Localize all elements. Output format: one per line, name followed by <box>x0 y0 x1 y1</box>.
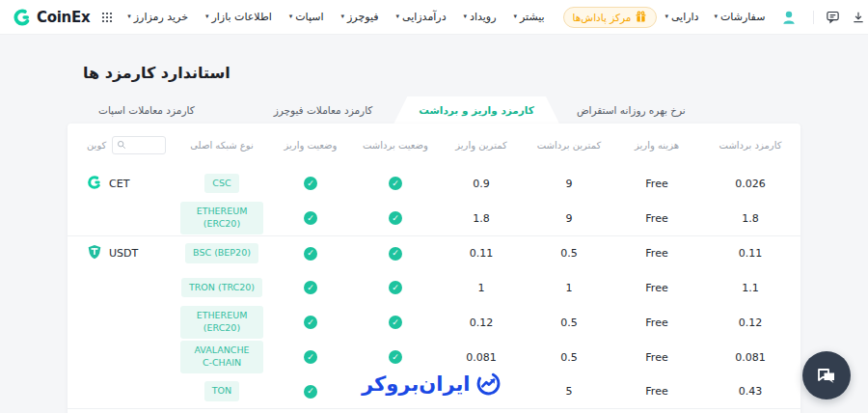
nav-item-label: رویداد <box>470 11 496 23</box>
enabled-check-icon: ✓ <box>389 316 402 329</box>
chevron-down-icon: ▾ <box>205 14 209 20</box>
enabled-check-icon: ✓ <box>304 316 317 329</box>
deposit-status-cell: ✓ <box>268 281 353 295</box>
min-deposit-value: 0.11 <box>438 247 525 260</box>
network-cell: AVALANCHE C-CHAIN <box>176 341 268 373</box>
enabled-check-icon: ✓ <box>304 177 317 190</box>
enabled-check-icon: ✓ <box>389 350 402 364</box>
tab-2[interactable]: کارمزد واریز و برداشت <box>393 96 559 124</box>
network-pill[interactable]: ETHEREUM (ERC20) <box>180 202 263 234</box>
deposit-status-cell: ✓ <box>268 177 353 191</box>
page-title: استاندارد کارمزد ها <box>83 64 800 82</box>
min-withdraw-value: 0.5 <box>525 317 613 329</box>
deposit-fee-value: Free <box>613 282 700 294</box>
nav-item-0[interactable]: ▾ خرید رمزارز <box>127 11 188 23</box>
enabled-check-icon: ✓ <box>304 385 317 399</box>
apps-grid-icon[interactable] <box>101 12 113 23</box>
min-withdraw-value: 1 <box>525 282 613 294</box>
table-row: TRON (TRC20) ✓ ✓ 1 1 Free 1.1 <box>68 270 800 305</box>
min-deposit-value: 1 <box>438 282 525 294</box>
nav-item-2[interactable]: ▾ اسپات <box>289 11 324 23</box>
fees-table-card: کوین نوع شبکه اصلی وضعیت واریز وضعیت برد… <box>68 124 800 413</box>
enabled-check-icon: ✓ <box>389 211 402 225</box>
coin-icon <box>87 244 102 262</box>
table-header-row: کوین نوع شبکه اصلی وضعیت واریز وضعیت برد… <box>68 124 800 166</box>
tab-1[interactable]: کارمزد معاملات فیوچرز <box>264 96 383 124</box>
rewards-center-button[interactable]: مرکز پاداش‌ها <box>563 7 658 28</box>
min-deposit-value: 1.8 <box>438 212 525 225</box>
network-pill[interactable]: AVALANCHE C-CHAIN <box>180 341 263 373</box>
deposit-status-cell: ✓ <box>268 211 353 226</box>
min-withdraw-value: 9 <box>525 212 613 225</box>
network-cell: CSC <box>176 174 268 194</box>
withdraw-fee-value: 0.43 <box>700 385 800 398</box>
deposit-fee-value: Free <box>613 351 700 364</box>
table-row: USDT BSC (BEP20) ✓ ✓ 0.11 0.5 Free 0.11 <box>68 235 800 270</box>
min-withdraw-value: 0.5 <box>525 247 613 260</box>
nav-item-1[interactable]: ▾ اطلاعات بازار <box>205 11 272 23</box>
network-cell: ETHEREUM (ERC20) <box>176 202 268 234</box>
table-row: ETHEREUM (ERC20) ✓ ✓ 1.8 9 Free 1.8 <box>68 201 800 235</box>
nav-item-orders[interactable]: ▾ سفارشات <box>715 11 766 23</box>
nav-item-4[interactable]: ▾ درآمدزایی <box>396 11 447 23</box>
column-header: کمترین واریز <box>438 140 525 151</box>
network-cell: TRON (TRC20) <box>176 278 268 298</box>
chevron-down-icon: ▾ <box>665 14 668 20</box>
network-pill[interactable]: TON <box>204 381 239 401</box>
orders-label: سفارشات <box>720 11 765 23</box>
coin-icon <box>87 175 102 193</box>
coin-header-cell: کوین <box>68 136 176 154</box>
nav-item-label: اطلاعات بازار <box>211 11 271 23</box>
avatar[interactable] <box>780 9 798 26</box>
tab-0[interactable]: کارمزد معاملات اسپات <box>89 96 204 124</box>
withdraw-status-cell: ✓ <box>353 281 438 295</box>
network-pill[interactable]: ETHEREUM (ERC20) <box>180 306 263 339</box>
network-pill[interactable]: TRON (TRC20) <box>181 278 262 298</box>
nav-item-label: فیوچرز <box>347 11 378 23</box>
main-nav: ▾ خرید رمزارز ▾ اطلاعات بازار ▾ اسپات ▾ … <box>119 11 553 23</box>
enabled-check-icon: ✓ <box>304 211 317 225</box>
network-cell: BSC (BEP20) <box>176 243 268 263</box>
download-app-icon[interactable] <box>852 11 865 24</box>
tab-3[interactable]: نرخ بهره روزانه استقراض <box>567 96 695 124</box>
live-chat-button[interactable] <box>802 351 851 399</box>
deposit-fee-value: Free <box>613 212 700 225</box>
tether-coin-icon <box>87 244 102 260</box>
user-avatar-icon <box>780 9 798 26</box>
page-content: استاندارد کارمزد ها کارمزد معاملات اسپات… <box>0 64 868 413</box>
support-chat-icon[interactable] <box>826 10 840 24</box>
column-header: کارمزد برداشت <box>700 140 800 151</box>
withdraw-fee-value: 0.12 <box>700 317 800 329</box>
deposit-fee-value: Free <box>613 178 700 190</box>
network-pill[interactable]: BSC (BEP20) <box>185 243 258 263</box>
network-cell: ETHEREUM (ERC20) <box>176 306 268 339</box>
coinex-coin-icon <box>87 175 102 190</box>
column-header: نوع شبکه اصلی <box>176 140 268 151</box>
nav-item-3[interactable]: ▾ فیوچرز <box>341 11 379 23</box>
search-icon <box>117 140 126 150</box>
chevron-down-icon: ▾ <box>127 14 131 20</box>
deposit-fee-value: Free <box>613 385 700 398</box>
table-body: CET CSC ✓ ✓ 0.9 9 Free 0.026 ETHEREUM (E… <box>68 166 800 409</box>
enabled-check-icon: ✓ <box>304 247 317 261</box>
nav-item-assets[interactable]: ▾ دارایی <box>665 11 698 23</box>
min-withdraw-value: 5 <box>525 385 613 398</box>
network-pill[interactable]: CSC <box>204 174 238 194</box>
coinex-logo[interactable]: CoinEx <box>13 8 90 27</box>
enabled-check-icon: ✓ <box>304 350 317 364</box>
nav-item-6[interactable]: ▾ بیشتر <box>513 11 544 23</box>
nav-item-label: خرید رمزارز <box>134 11 188 23</box>
table-row: TON ✓ 5 Free 0.43 <box>68 374 800 409</box>
nav-item-label: درآمدزایی <box>402 11 447 23</box>
nav-item-5[interactable]: ▾ رویداد <box>464 11 497 23</box>
brand-name: CoinEx <box>37 9 90 26</box>
min-withdraw-value: 0.5 <box>525 351 613 364</box>
coinex-logo-icon <box>13 8 32 27</box>
gift-icon <box>635 11 647 23</box>
withdraw-fee-value: 0.11 <box>700 247 800 260</box>
nav-item-label: اسپات <box>295 11 323 23</box>
chevron-down-icon: ▾ <box>513 14 517 20</box>
nav-item-label: بیشتر <box>520 11 545 23</box>
deposit-fee-value: Free <box>613 247 700 260</box>
rewards-center-label: مرکز پاداش‌ها <box>573 12 632 23</box>
